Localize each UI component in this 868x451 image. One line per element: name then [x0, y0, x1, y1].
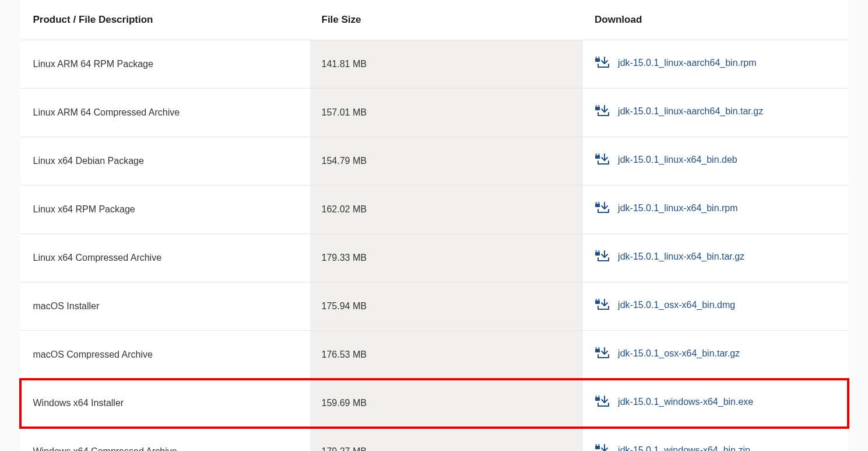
download-link[interactable]: jdk-15.0.1_windows-x64_bin.zip: [595, 444, 750, 451]
table-row: Linux x64 Compressed Archive179.33 MB jd…: [20, 234, 848, 282]
download-filename: jdk-15.0.1_linux-aarch64_bin.tar.gz: [618, 106, 763, 117]
svg-rect-7: [595, 204, 600, 207]
table-row: Linux x64 Debian Package154.79 MB jdk-15…: [20, 137, 848, 186]
download-filename: jdk-15.0.1_osx-x64_bin.tar.gz: [618, 348, 740, 359]
download-cell: jdk-15.0.1_linux-x64_bin.deb: [583, 137, 848, 186]
download-lock-icon: [595, 396, 610, 408]
product-cell: macOS Compressed Archive: [20, 331, 310, 379]
table-header-row: Product / File Description File Size Dow…: [20, 0, 848, 40]
size-cell: 175.94 MB: [310, 282, 584, 331]
download-filename: jdk-15.0.1_osx-x64_bin.dmg: [618, 300, 735, 310]
download-cell: jdk-15.0.1_linux-x64_bin.rpm: [583, 186, 848, 234]
download-cell: jdk-15.0.1_osx-x64_bin.tar.gz: [583, 331, 848, 379]
download-link[interactable]: jdk-15.0.1_windows-x64_bin.exe: [595, 396, 753, 408]
size-cell: 179.27 MB: [310, 428, 584, 452]
downloads-panel: Product / File Description File Size Dow…: [20, 0, 848, 451]
download-lock-icon: [595, 105, 610, 118]
size-cell: 179.33 MB: [310, 234, 584, 282]
product-cell: macOS Installer: [20, 282, 310, 331]
download-lock-icon: [595, 202, 610, 215]
download-link[interactable]: jdk-15.0.1_linux-x64_bin.tar.gz: [595, 250, 744, 263]
size-cell: 154.79 MB: [310, 137, 584, 186]
download-link[interactable]: jdk-15.0.1_linux-aarch64_bin.rpm: [595, 57, 756, 69]
download-filename: jdk-15.0.1_linux-x64_bin.deb: [618, 155, 737, 165]
download-link[interactable]: jdk-15.0.1_linux-x64_bin.deb: [595, 153, 737, 166]
downloads-table: Product / File Description File Size Dow…: [20, 0, 848, 451]
download-link[interactable]: jdk-15.0.1_linux-aarch64_bin.tar.gz: [595, 105, 763, 118]
table-row: Windows x64 Compressed Archive179.27 MB …: [20, 428, 848, 452]
download-lock-icon: [595, 299, 610, 312]
download-lock-icon: [595, 57, 610, 69]
download-lock-icon: [595, 347, 610, 360]
download-cell: jdk-15.0.1_osx-x64_bin.dmg: [583, 282, 848, 331]
download-cell: jdk-15.0.1_linux-aarch64_bin.tar.gz: [583, 89, 848, 137]
download-link[interactable]: jdk-15.0.1_linux-x64_bin.rpm: [595, 202, 737, 215]
product-cell: Linux ARM 64 RPM Package: [20, 40, 310, 89]
size-cell: 176.53 MB: [310, 331, 584, 379]
product-cell: Linux x64 Debian Package: [20, 137, 310, 186]
table-row: Windows x64 Installer159.69 MB jdk-15.0.…: [20, 379, 848, 428]
svg-rect-5: [595, 155, 600, 159]
download-lock-icon: [595, 444, 610, 451]
svg-rect-1: [595, 58, 600, 62]
header-product: Product / File Description: [20, 0, 310, 40]
table-row: Linux ARM 64 Compressed Archive157.01 MB…: [20, 89, 848, 137]
download-filename: jdk-15.0.1_linux-x64_bin.rpm: [618, 203, 737, 214]
svg-rect-3: [595, 107, 600, 110]
size-cell: 162.02 MB: [310, 186, 584, 234]
svg-rect-9: [595, 252, 600, 256]
size-cell: 157.01 MB: [310, 89, 584, 137]
svg-rect-13: [595, 349, 600, 352]
product-cell: Windows x64 Compressed Archive: [20, 428, 310, 452]
product-cell: Linux x64 RPM Package: [20, 186, 310, 234]
header-download: Download: [583, 0, 848, 40]
size-cell: 159.69 MB: [310, 379, 584, 428]
table-row: Linux x64 RPM Package162.02 MB jdk-15.0.…: [20, 186, 848, 234]
table-row: macOS Installer175.94 MB jdk-15.0.1_osx-…: [20, 282, 848, 331]
download-cell: jdk-15.0.1_windows-x64_bin.exe: [583, 379, 848, 428]
product-cell: Linux x64 Compressed Archive: [20, 234, 310, 282]
svg-rect-17: [595, 446, 600, 449]
download-link[interactable]: jdk-15.0.1_osx-x64_bin.tar.gz: [595, 347, 740, 360]
download-cell: jdk-15.0.1_linux-aarch64_bin.rpm: [583, 40, 848, 89]
svg-rect-11: [595, 300, 600, 304]
download-filename: jdk-15.0.1_linux-aarch64_bin.rpm: [618, 58, 756, 68]
svg-rect-15: [595, 397, 600, 401]
download-cell: jdk-15.0.1_windows-x64_bin.zip: [583, 428, 848, 452]
table-row: Linux ARM 64 RPM Package141.81 MB jdk-15…: [20, 40, 848, 89]
download-cell: jdk-15.0.1_linux-x64_bin.tar.gz: [583, 234, 848, 282]
product-cell: Windows x64 Installer: [20, 379, 310, 428]
product-cell: Linux ARM 64 Compressed Archive: [20, 89, 310, 137]
header-size: File Size: [310, 0, 584, 40]
size-cell: 141.81 MB: [310, 40, 584, 89]
download-filename: jdk-15.0.1_linux-x64_bin.tar.gz: [618, 251, 744, 262]
download-link[interactable]: jdk-15.0.1_osx-x64_bin.dmg: [595, 299, 735, 312]
download-lock-icon: [595, 250, 610, 263]
download-lock-icon: [595, 153, 610, 166]
download-filename: jdk-15.0.1_windows-x64_bin.exe: [618, 397, 753, 407]
download-filename: jdk-15.0.1_windows-x64_bin.zip: [618, 445, 750, 451]
table-row: macOS Compressed Archive176.53 MB jdk-15…: [20, 331, 848, 379]
